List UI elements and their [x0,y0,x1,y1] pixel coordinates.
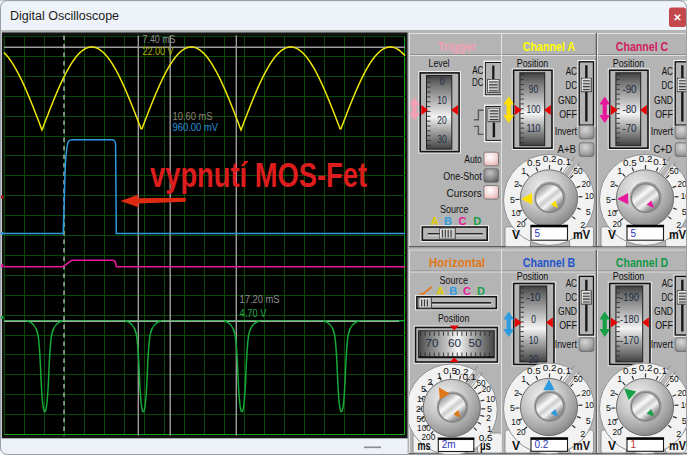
svg-text:0.1: 0.1 [557,366,571,376]
svg-text:Level: Level [429,57,450,69]
svg-text:2: 2 [610,388,615,398]
svg-text:5: 5 [586,416,591,426]
svg-text:5: 5 [535,228,541,239]
svg-text:0.5: 0.5 [623,366,637,376]
svg-text:0.2: 0.2 [639,154,653,164]
svg-text:50: 50 [670,166,679,176]
svg-text:960.00 mV: 960.00 mV [173,122,219,133]
svg-text:0: 0 [440,76,445,87]
svg-text:µs: µs [480,439,491,453]
svg-text:0.2: 0.2 [543,154,557,164]
svg-text:10: 10 [529,335,539,346]
svg-text:0.1: 0.1 [557,157,571,167]
svg-text:Invert: Invert [555,338,577,350]
svg-text:Source: Source [440,203,469,215]
svg-text:20: 20 [529,354,539,365]
svg-text:DC: DC [662,79,674,91]
svg-text:V: V [608,228,616,242]
svg-text:B: B [444,215,452,227]
svg-text:50: 50 [574,374,583,384]
svg-text:AC: AC [566,65,577,77]
svg-text:20: 20 [612,427,621,437]
svg-text:-90: -90 [622,84,637,95]
svg-text:10: 10 [585,400,594,410]
svg-text:0.5: 0.5 [527,158,541,168]
svg-text:22.00 V: 22.00 V [143,46,174,57]
svg-text:2: 2 [514,388,519,398]
svg-text:70: 70 [426,337,439,349]
svg-text:4.70 V: 4.70 V [240,308,267,319]
svg-text:mV: mV [573,228,590,242]
svg-text:5: 5 [631,228,637,239]
svg-text:20: 20 [677,179,686,189]
svg-text:0.2: 0.2 [535,439,549,450]
svg-text:10: 10 [607,417,616,427]
svg-text:Position: Position [517,270,549,282]
svg-text:GND: GND [558,94,577,106]
svg-text:Cursors: Cursors [447,187,483,199]
svg-text:A+B: A+B [558,143,577,155]
svg-text:-10: -10 [526,292,541,303]
svg-text:30: 30 [437,134,447,145]
svg-text:V: V [512,228,520,242]
svg-text:0.2: 0.2 [543,363,557,373]
svg-text:2: 2 [514,179,519,189]
svg-text:AC: AC [662,277,673,289]
svg-text:2: 2 [676,429,681,439]
svg-text:A: A [431,215,439,227]
svg-text:50: 50 [574,166,583,176]
svg-text:110: 110 [526,123,540,134]
svg-text:1: 1 [617,166,622,176]
svg-text:-180: -180 [620,314,639,325]
svg-text:50: 50 [468,337,481,349]
svg-text:1: 1 [437,371,442,381]
svg-text:Channel D: Channel D [616,256,669,270]
svg-text:20: 20 [437,115,447,126]
svg-text:mV: mV [573,439,590,453]
svg-text:Channel A: Channel A [523,40,576,54]
svg-text:Channel B: Channel B [523,256,576,270]
svg-text:GND: GND [654,94,673,106]
svg-text:20: 20 [581,388,590,398]
svg-text:GND: GND [654,305,673,317]
svg-text:0.1: 0.1 [463,372,477,382]
svg-text:DC: DC [566,79,578,91]
svg-text:DC: DC [472,76,484,88]
svg-text:100: 100 [526,104,540,115]
svg-text:Channel C: Channel C [616,40,669,54]
svg-text:OFF: OFF [655,319,673,331]
svg-text:0: 0 [531,314,536,325]
svg-text:2: 2 [610,179,615,189]
svg-text:D: D [473,215,481,227]
svg-text:20: 20 [677,388,686,398]
svg-text:5: 5 [606,195,611,205]
svg-text:OFF: OFF [655,108,673,120]
svg-text:Source: Source [439,274,468,286]
svg-text:Digital Oscilloscope: Digital Oscilloscope [10,9,119,23]
svg-text:AC: AC [566,277,577,289]
svg-text:V: V [608,439,616,453]
svg-text:Invert: Invert [555,125,577,137]
svg-text:Auto: Auto [464,153,482,165]
svg-text:Position: Position [613,270,645,282]
svg-text:Position: Position [517,57,549,69]
svg-text:2: 2 [486,413,491,423]
svg-text:17.20 mS: 17.20 mS [240,294,280,305]
svg-text:V: V [512,439,520,453]
svg-text:5: 5 [586,207,591,217]
svg-text:0.1: 0.1 [653,366,667,376]
svg-text:5: 5 [510,195,515,205]
svg-text:2m: 2m [442,439,456,450]
svg-text:-170: -170 [620,335,639,346]
svg-text:vypnutí MOS-Fet: vypnutí MOS-Fet [150,156,367,194]
svg-text:10: 10 [607,208,616,218]
svg-text:0.1: 0.1 [653,157,667,167]
svg-text:AC: AC [472,64,483,76]
svg-text:0.2: 0.2 [639,363,653,373]
svg-text:10: 10 [511,208,520,218]
svg-text:7.40 mS: 7.40 mS [143,34,176,45]
svg-text:Horizontal: Horizontal [429,256,485,270]
svg-text:20: 20 [581,179,590,189]
svg-text:-190: -190 [620,292,639,303]
svg-text:20: 20 [516,427,525,437]
